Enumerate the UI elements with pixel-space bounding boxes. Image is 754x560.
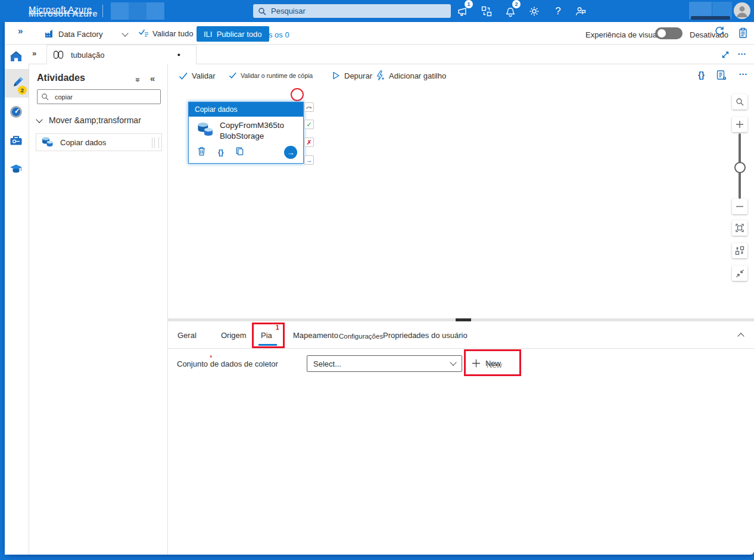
zoom-slider-knob[interactable]: [734, 162, 746, 173]
redacted-block: [147, 2, 164, 20]
feedback-button[interactable]: [569, 2, 592, 20]
braces-icon: {}: [698, 70, 705, 80]
collapse-bottom-panel-button[interactable]: [739, 330, 743, 341]
sidebar-item-manage[interactable]: [9, 133, 23, 150]
canvas-more-button[interactable]: …: [739, 67, 747, 77]
copy-icon: [235, 146, 244, 156]
validate-all-button[interactable]: Validar tudo: [138, 29, 193, 38]
sink-dataset-select[interactable]: Select...: [307, 355, 462, 372]
annotation-red-circle: [291, 88, 304, 101]
tabstrip-more-button[interactable]: …: [737, 46, 746, 57]
add-trigger-button[interactable]: Adicionar gatilho: [375, 70, 446, 81]
open-activity-button[interactable]: →: [284, 146, 297, 159]
double-chevron-down-icon: »: [133, 77, 143, 82]
validate-all-label: Validar tudo: [152, 29, 193, 38]
activity-copy-data[interactable]: Copiar dados: [36, 133, 162, 151]
pipeline-icon: [53, 50, 65, 60]
collapse-panel-button[interactable]: «: [150, 73, 155, 83]
check-icon: ✓: [306, 121, 311, 129]
validate-copy-runtime-button[interactable]: Validar o runtime de cópia: [229, 72, 313, 79]
tab-user-properties[interactable]: Propriedades do usuário: [383, 331, 468, 340]
announcements-button[interactable]: 1: [451, 2, 474, 20]
bottom-tabs-divider: [167, 348, 754, 349]
activities-title: Atividades: [37, 73, 85, 83]
azure-top-bar: Microsoft Azure Microsoft Azure Pesquisa…: [0, 0, 754, 22]
chevron-up-icon: [737, 333, 744, 339]
global-search[interactable]: Pesquisar: [253, 4, 451, 18]
toolbox-icon: [9, 133, 23, 148]
sidebar-item-monitor[interactable]: [9, 105, 23, 121]
category-move-transform[interactable]: Mover &amp;transformar: [37, 115, 141, 125]
card-code-button[interactable]: {}: [218, 148, 223, 157]
connector-failure[interactable]: ✗: [304, 137, 314, 147]
tab-settings[interactable]: Configurações: [339, 333, 383, 340]
drag-handle[interactable]: [152, 137, 159, 148]
activities-divider: [167, 64, 168, 555]
graduation-cap-icon: [9, 162, 23, 176]
tab-mapping[interactable]: Mapeamento: [293, 331, 338, 340]
debug-label: Depurar: [344, 71, 372, 80]
search-icon: [41, 93, 49, 101]
delete-activity-button[interactable]: [197, 146, 206, 158]
copy-activity-card[interactable]: Copiar dados CopyFromM365toBlobStorage {…: [188, 102, 304, 164]
tab-pipeline[interactable]: tubulação ●: [46, 45, 197, 64]
checklist-icon: [138, 29, 149, 38]
lightning-plus-icon: [375, 70, 385, 81]
connector-completion[interactable]: →: [304, 155, 314, 165]
collapse-categories-button[interactable]: »: [136, 74, 141, 85]
auto-align-button[interactable]: [732, 243, 747, 258]
tab-general[interactable]: Geral: [177, 331, 197, 340]
activities-search-input[interactable]: [54, 93, 145, 101]
zoom-in-button[interactable]: [732, 117, 747, 132]
debug-button[interactable]: Depurar: [331, 71, 372, 80]
validate-copy-runtime-label: Validar o runtime de cópia: [241, 72, 313, 79]
properties-button[interactable]: [716, 70, 727, 83]
canvas-search-button[interactable]: [732, 94, 747, 110]
check-icon: [179, 72, 188, 80]
preview-experience-toggle[interactable]: [655, 27, 683, 39]
expand-tabs-button[interactable]: »: [32, 49, 36, 58]
search-icon: [258, 7, 266, 15]
validate-button[interactable]: Validar: [179, 71, 216, 80]
collapse-arrows-icon: [736, 269, 744, 278]
publish-all-button[interactable]: ILI Publicar todo: [197, 26, 269, 42]
question-icon: ?: [555, 5, 560, 17]
redacted-account-text: [691, 16, 730, 20]
splitter-handle[interactable]: [456, 318, 471, 321]
factory-icon: [44, 29, 55, 39]
refresh-button[interactable]: [714, 25, 725, 39]
help-button[interactable]: ?: [547, 2, 569, 20]
feedback-clipboard-button[interactable]: [738, 27, 749, 42]
plus-icon: [736, 120, 744, 129]
braces-icon: {}: [218, 148, 223, 157]
clone-activity-button[interactable]: [235, 146, 244, 158]
avatar[interactable]: [734, 2, 750, 19]
gear-icon: [528, 5, 540, 17]
ellipsis-icon: …: [739, 67, 747, 77]
connector-skip[interactable]: [304, 102, 314, 112]
code-view-button[interactable]: {}: [698, 70, 705, 80]
activity-name: CopyFromM365toBlobStorage: [220, 120, 286, 141]
azure-brand-ghost: Microsoft Azure: [29, 8, 98, 18]
chevron-down-icon: [450, 359, 456, 365]
directory-switch-button[interactable]: [475, 2, 498, 20]
sidebar-divider: [29, 64, 29, 555]
sidebar-item-home[interactable]: [9, 49, 23, 66]
activities-search[interactable]: [37, 89, 161, 104]
ellipsis-icon: …: [737, 46, 746, 57]
settings-button[interactable]: [523, 2, 546, 20]
tab-source[interactable]: Origem: [221, 331, 247, 340]
connector-success[interactable]: ✓: [304, 120, 314, 129]
sidebar-item-author[interactable]: 2: [5, 69, 29, 98]
list-gear-icon: [716, 70, 727, 81]
maximize-canvas-button[interactable]: [721, 50, 730, 62]
sidebar-item-learning[interactable]: [9, 162, 23, 179]
factory-selector[interactable]: Data Factory: [44, 29, 127, 39]
zoom-out-button[interactable]: [732, 199, 747, 214]
person-icon: [734, 2, 750, 19]
notifications-button[interactable]: 2: [499, 2, 522, 20]
toggle-knob: [658, 29, 666, 37]
expand-panel-button[interactable]: »: [18, 26, 23, 36]
fit-to-screen-button[interactable]: [732, 220, 747, 236]
zoom-reset-button[interactable]: [732, 265, 747, 281]
